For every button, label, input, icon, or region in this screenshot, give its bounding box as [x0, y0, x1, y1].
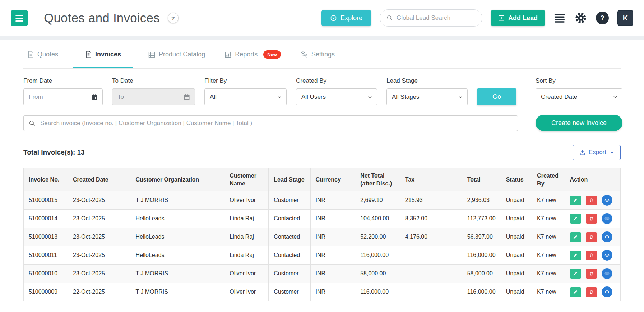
invoice-search-input[interactable]	[40, 120, 518, 127]
eye-icon	[604, 198, 610, 203]
filter-section: From Date To Date	[23, 77, 621, 131]
invoice-row: 510000013 23-Oct-2025 HelloLeads Linda R…	[24, 228, 621, 246]
invoice-row: 510000015 23-Oct-2025 T J MORRIS Oliver …	[24, 191, 621, 210]
cell-tax: 215.93	[400, 191, 462, 210]
lead-stage-select[interactable]: All Stages	[386, 88, 468, 105]
cell-invoice-no: 510000009	[24, 283, 68, 301]
view-invoice-button[interactable]	[602, 250, 612, 261]
delete-invoice-button[interactable]	[586, 232, 597, 242]
cell-currency: INR	[310, 191, 355, 210]
from-date-field[interactable]	[23, 88, 103, 105]
filter-by-select[interactable]: All	[204, 88, 287, 105]
chevron-down-icon	[277, 95, 282, 100]
edit-invoice-button[interactable]	[570, 287, 581, 297]
global-search-input[interactable]	[397, 14, 476, 22]
edit-invoice-button[interactable]	[570, 196, 581, 205]
download-icon	[579, 150, 585, 156]
cell-tax: 4,176.00	[400, 228, 462, 246]
delete-invoice-button[interactable]	[586, 251, 597, 260]
cell-invoice-no: 510000011	[24, 246, 68, 265]
edit-invoice-button[interactable]	[570, 269, 581, 279]
invoice-table-body: 510000015 23-Oct-2025 T J MORRIS Oliver …	[24, 191, 621, 301]
edit-invoice-button[interactable]	[570, 251, 581, 260]
cell-customer-organization: T J MORRIS	[130, 191, 224, 210]
pencil-icon	[573, 216, 578, 221]
settings-gear-button[interactable]	[574, 12, 587, 24]
go-button[interactable]: Go	[477, 88, 516, 105]
created-by-label: Created By	[296, 77, 377, 84]
explore-button[interactable]: Explore	[321, 10, 371, 26]
hamburger-icon	[15, 15, 23, 16]
view-invoice-button[interactable]	[602, 231, 612, 242]
filter-by-value: All	[210, 93, 217, 101]
col-currency: Currency	[310, 168, 355, 191]
edit-invoice-button[interactable]	[570, 214, 581, 224]
cell-net-total: 58,000.00	[355, 265, 400, 283]
view-invoice-button[interactable]	[602, 268, 612, 279]
cell-tax: 8,352.00	[400, 210, 462, 228]
lead-stage-label: Lead Stage	[386, 77, 468, 84]
export-button[interactable]: Export	[573, 145, 621, 160]
cell-lead-stage: Customer	[269, 191, 310, 210]
cell-action	[565, 283, 620, 301]
create-new-invoice-button[interactable]: Create new Invoice	[536, 115, 622, 131]
to-date-input[interactable]	[117, 93, 183, 101]
tab-reports[interactable]: Reports New	[220, 40, 285, 68]
col-tax: Tax	[400, 168, 462, 191]
delete-invoice-button[interactable]	[586, 269, 597, 279]
delete-invoice-button[interactable]	[586, 287, 597, 297]
created-by-select[interactable]: All Users	[296, 88, 377, 105]
file-invoice-icon	[85, 51, 92, 58]
tab-settings[interactable]: Settings	[296, 40, 339, 68]
cell-lead-stage: Contacted	[269, 246, 310, 265]
summary-row: Total Invoice(s): 13 Export	[23, 145, 621, 160]
nav-list-button[interactable]	[553, 13, 566, 23]
cell-created-by: K7 new	[532, 283, 565, 301]
bar-chart-icon	[224, 51, 231, 58]
from-date-input[interactable]	[29, 93, 91, 101]
invoice-row: 510000009 22-Oct-2025 T J MORRIS Oliver …	[24, 283, 621, 301]
hamburger-menu-button[interactable]	[11, 10, 28, 26]
edit-invoice-button[interactable]	[570, 232, 581, 242]
calendar-icon	[183, 93, 190, 101]
new-badge: New	[263, 50, 281, 59]
page-help-button[interactable]: ?	[168, 13, 179, 23]
delete-invoice-button[interactable]	[586, 214, 597, 224]
view-invoice-button[interactable]	[602, 286, 612, 297]
cell-action	[565, 246, 620, 265]
user-avatar[interactable]: K	[617, 10, 633, 26]
pencil-icon	[573, 253, 578, 258]
delete-invoice-button[interactable]	[586, 196, 597, 205]
sort-by-select[interactable]: Created Date	[536, 88, 622, 105]
invoice-row: 510000010 23-Oct-2025 T J MORRIS Oliver …	[24, 265, 621, 283]
tab-product-catalog[interactable]: Product Catalog	[144, 40, 209, 68]
view-invoice-button[interactable]	[602, 195, 612, 206]
question-icon: ?	[601, 14, 604, 22]
tab-invoices[interactable]: Invoices	[73, 40, 133, 68]
add-lead-label: Add Lead	[508, 14, 538, 22]
view-invoice-button[interactable]	[602, 213, 612, 224]
cell-created-date: 22-Oct-2025	[68, 283, 130, 301]
add-lead-button[interactable]: Add Lead	[491, 10, 545, 26]
cell-action	[565, 210, 620, 228]
tab-bar: Quotes Invoices Product Catalog Reports …	[23, 40, 621, 69]
cell-customer-name: Oliver Ivor	[224, 191, 269, 210]
cell-currency: INR	[310, 246, 355, 265]
cell-customer-name: Linda Raj	[224, 246, 269, 265]
cell-currency: INR	[310, 228, 355, 246]
eye-icon	[604, 234, 610, 239]
eye-icon	[604, 253, 610, 258]
sort-by-label: Sort By	[536, 77, 622, 84]
chevron-down-icon	[458, 95, 463, 100]
sort-by-value: Created Date	[541, 93, 577, 101]
caret-down-icon	[610, 152, 614, 153]
calendar-icon[interactable]	[91, 93, 98, 101]
cell-lead-stage: Customer	[269, 265, 310, 283]
help-button[interactable]: ?	[596, 12, 609, 24]
tab-quotes[interactable]: Quotes	[23, 40, 62, 68]
cell-customer-organization: T J MORRIS	[130, 265, 224, 283]
cell-invoice-no: 510000010	[24, 265, 68, 283]
trash-icon	[589, 271, 594, 276]
cell-invoice-no: 510000013	[24, 228, 68, 246]
to-date-field[interactable]	[112, 88, 195, 105]
